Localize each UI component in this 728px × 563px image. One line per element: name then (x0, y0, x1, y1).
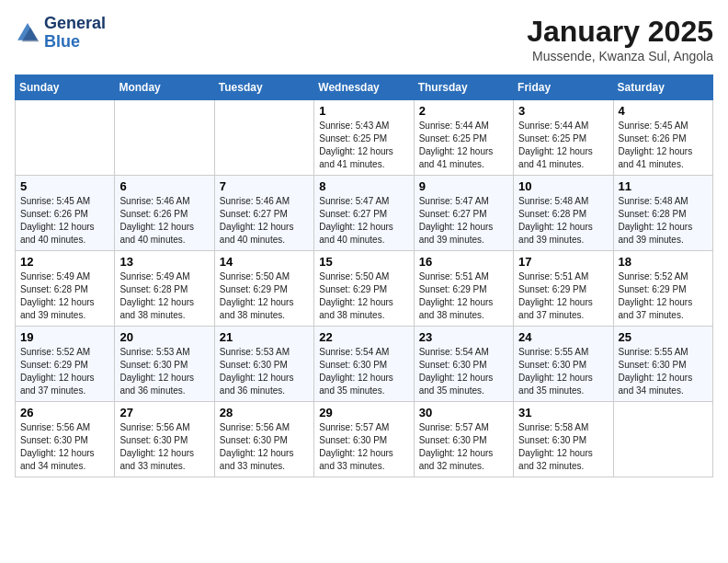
day-number: 23 (419, 330, 508, 344)
calendar-cell: 22Sunrise: 5:54 AMSunset: 6:30 PMDayligh… (314, 327, 414, 402)
calendar-week-4: 19Sunrise: 5:52 AMSunset: 6:29 PMDayligh… (16, 327, 713, 402)
day-number: 10 (518, 179, 608, 193)
day-number: 8 (319, 179, 408, 193)
calendar-week-2: 5Sunrise: 5:45 AMSunset: 6:26 PMDaylight… (16, 176, 713, 251)
weekday-header-monday: Monday (115, 75, 214, 100)
day-number: 13 (119, 255, 209, 269)
weekday-header-wednesday: Wednesday (314, 75, 414, 100)
day-info: Sunrise: 5:51 AMSunset: 6:29 PMDaylight:… (419, 270, 508, 322)
logo-icon (15, 20, 40, 46)
calendar-table: SundayMondayTuesdayWednesdayThursdayFrid… (15, 75, 713, 477)
day-info: Sunrise: 5:45 AMSunset: 6:26 PMDaylight:… (20, 195, 109, 247)
day-number: 24 (518, 330, 608, 344)
calendar-cell: 6Sunrise: 5:46 AMSunset: 6:26 PMDaylight… (115, 176, 214, 251)
day-number: 4 (619, 104, 708, 118)
calendar-cell: 14Sunrise: 5:50 AMSunset: 6:29 PMDayligh… (214, 251, 313, 327)
weekday-header-friday: Friday (514, 75, 613, 100)
calendar-cell: 21Sunrise: 5:53 AMSunset: 6:30 PMDayligh… (214, 327, 313, 402)
calendar-cell: 29Sunrise: 5:57 AMSunset: 6:30 PMDayligh… (314, 402, 414, 477)
day-info: Sunrise: 5:48 AMSunset: 6:28 PMDaylight:… (518, 195, 608, 247)
calendar-cell: 31Sunrise: 5:58 AMSunset: 6:30 PMDayligh… (514, 402, 613, 477)
day-info: Sunrise: 5:57 AMSunset: 6:30 PMDaylight:… (319, 421, 408, 473)
calendar-cell: 23Sunrise: 5:54 AMSunset: 6:30 PMDayligh… (414, 327, 513, 402)
calendar-cell: 15Sunrise: 5:50 AMSunset: 6:29 PMDayligh… (314, 251, 414, 327)
calendar-cell: 2Sunrise: 5:44 AMSunset: 6:25 PMDaylight… (414, 100, 513, 176)
calendar-cell: 30Sunrise: 5:57 AMSunset: 6:30 PMDayligh… (414, 402, 513, 477)
calendar-cell: 3Sunrise: 5:44 AMSunset: 6:25 PMDaylight… (514, 100, 613, 176)
calendar-cell: 18Sunrise: 5:52 AMSunset: 6:29 PMDayligh… (613, 251, 712, 327)
day-number: 28 (220, 406, 309, 419)
day-number: 29 (319, 406, 408, 419)
day-info: Sunrise: 5:53 AMSunset: 6:30 PMDaylight:… (220, 346, 309, 397)
calendar-cell: 4Sunrise: 5:45 AMSunset: 6:26 PMDaylight… (613, 100, 712, 176)
location: Mussende, Kwanza Sul, Angola (527, 49, 713, 63)
day-number: 1 (319, 104, 408, 118)
day-info: Sunrise: 5:49 AMSunset: 6:28 PMDaylight:… (20, 270, 109, 322)
day-info: Sunrise: 5:57 AMSunset: 6:30 PMDaylight:… (419, 421, 508, 473)
day-number: 9 (419, 179, 508, 193)
calendar-week-3: 12Sunrise: 5:49 AMSunset: 6:28 PMDayligh… (16, 251, 713, 327)
day-number: 7 (220, 179, 309, 193)
day-number: 2 (419, 104, 508, 118)
calendar-cell: 25Sunrise: 5:55 AMSunset: 6:30 PMDayligh… (613, 327, 712, 402)
day-number: 3 (518, 104, 608, 118)
day-info: Sunrise: 5:43 AMSunset: 6:25 PMDaylight:… (319, 120, 408, 171)
calendar-cell: 13Sunrise: 5:49 AMSunset: 6:28 PMDayligh… (115, 251, 214, 327)
weekday-header-saturday: Saturday (613, 75, 712, 100)
day-info: Sunrise: 5:46 AMSunset: 6:26 PMDaylight:… (119, 195, 209, 247)
day-number: 16 (419, 255, 508, 269)
day-info: Sunrise: 5:52 AMSunset: 6:29 PMDaylight:… (619, 270, 708, 322)
day-number: 11 (619, 179, 708, 193)
day-info: Sunrise: 5:50 AMSunset: 6:29 PMDaylight:… (220, 270, 309, 322)
weekday-header-sunday: Sunday (16, 75, 115, 100)
day-info: Sunrise: 5:56 AMSunset: 6:30 PMDaylight:… (20, 421, 109, 473)
calendar-cell: 19Sunrise: 5:52 AMSunset: 6:29 PMDayligh… (16, 327, 115, 402)
calendar-cell: 10Sunrise: 5:48 AMSunset: 6:28 PMDayligh… (514, 176, 613, 251)
day-number: 30 (419, 406, 508, 419)
day-number: 14 (220, 255, 309, 269)
day-info: Sunrise: 5:44 AMSunset: 6:25 PMDaylight:… (419, 120, 508, 171)
calendar-cell: 5Sunrise: 5:45 AMSunset: 6:26 PMDaylight… (16, 176, 115, 251)
day-number: 20 (119, 330, 209, 344)
logo: General Blue (15, 15, 106, 52)
month-title: January 2025 (527, 15, 713, 49)
calendar-cell: 9Sunrise: 5:47 AMSunset: 6:27 PMDaylight… (414, 176, 513, 251)
page-header: General Blue January 2025 Mussende, Kwan… (15, 15, 713, 63)
day-number: 22 (319, 330, 408, 344)
day-number: 15 (319, 255, 408, 269)
day-info: Sunrise: 5:58 AMSunset: 6:30 PMDaylight:… (518, 421, 608, 473)
calendar-cell: 1Sunrise: 5:43 AMSunset: 6:25 PMDaylight… (314, 100, 414, 176)
calendar-cell (115, 100, 214, 176)
calendar-cell: 28Sunrise: 5:56 AMSunset: 6:30 PMDayligh… (214, 402, 313, 477)
weekday-header-row: SundayMondayTuesdayWednesdayThursdayFrid… (16, 75, 713, 100)
day-info: Sunrise: 5:50 AMSunset: 6:29 PMDaylight:… (319, 270, 408, 322)
calendar-cell: 12Sunrise: 5:49 AMSunset: 6:28 PMDayligh… (16, 251, 115, 327)
logo-blue: Blue (44, 32, 80, 51)
calendar-cell: 11Sunrise: 5:48 AMSunset: 6:28 PMDayligh… (613, 176, 712, 251)
day-number: 6 (119, 179, 209, 193)
day-info: Sunrise: 5:48 AMSunset: 6:28 PMDaylight:… (619, 195, 708, 247)
day-number: 19 (20, 330, 109, 344)
day-info: Sunrise: 5:47 AMSunset: 6:27 PMDaylight:… (319, 195, 408, 247)
day-number: 26 (20, 406, 109, 419)
day-info: Sunrise: 5:55 AMSunset: 6:30 PMDaylight:… (518, 346, 608, 397)
weekday-header-thursday: Thursday (414, 75, 513, 100)
calendar-cell: 8Sunrise: 5:47 AMSunset: 6:27 PMDaylight… (314, 176, 414, 251)
day-info: Sunrise: 5:46 AMSunset: 6:27 PMDaylight:… (220, 195, 309, 247)
day-info: Sunrise: 5:56 AMSunset: 6:30 PMDaylight:… (119, 421, 209, 473)
day-number: 5 (20, 179, 109, 193)
day-info: Sunrise: 5:51 AMSunset: 6:29 PMDaylight:… (518, 270, 608, 322)
calendar-cell: 16Sunrise: 5:51 AMSunset: 6:29 PMDayligh… (414, 251, 513, 327)
day-info: Sunrise: 5:44 AMSunset: 6:25 PMDaylight:… (518, 120, 608, 171)
day-number: 25 (619, 330, 708, 344)
logo-general: General (44, 15, 106, 33)
calendar-cell (16, 100, 115, 176)
day-info: Sunrise: 5:54 AMSunset: 6:30 PMDaylight:… (319, 346, 408, 397)
day-number: 27 (119, 406, 209, 419)
day-info: Sunrise: 5:47 AMSunset: 6:27 PMDaylight:… (419, 195, 508, 247)
day-number: 21 (220, 330, 309, 344)
title-block: January 2025 Mussende, Kwanza Sul, Angol… (527, 15, 713, 63)
day-info: Sunrise: 5:56 AMSunset: 6:30 PMDaylight:… (220, 421, 309, 473)
day-info: Sunrise: 5:52 AMSunset: 6:29 PMDaylight:… (20, 346, 109, 397)
day-number: 12 (20, 255, 109, 269)
